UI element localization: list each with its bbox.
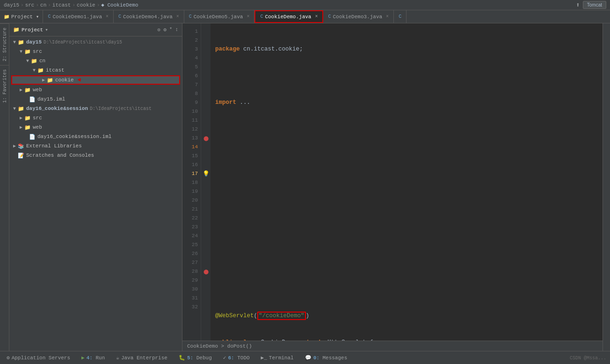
gutter-item (202, 63, 210, 72)
code-line-4 (215, 125, 603, 134)
gutter-breakpoint[interactable]: ⬤ (202, 134, 210, 143)
gutter-breakpoint2[interactable]: ⬤ (202, 267, 210, 276)
bottom-tab-messages[interactable]: 💬 0: Messages (302, 351, 350, 364)
gutter-item (202, 303, 210, 312)
bottom-tab-appservers[interactable]: ⚙ Application Servers (4, 351, 73, 364)
sep: › (72, 2, 75, 8)
breadcrumb-item[interactable]: itcast (52, 2, 71, 8)
project-panel-tab[interactable]: 📁 Project ▾ (0, 10, 43, 23)
close-icon[interactable]: × (386, 14, 389, 19)
line-num: 23 (186, 223, 198, 232)
gutter-item (202, 196, 210, 205)
breadcrumb-method: CookieDemo > doPost() (187, 343, 252, 349)
library-icon: 📚 (18, 143, 24, 149)
tab-c[interactable]: C (394, 10, 407, 23)
tree-path: D:\IdeaProjects\itcast (90, 106, 152, 111)
iml-icon: 📄 (29, 134, 36, 140)
breadcrumb-item[interactable]: day15 (4, 2, 19, 8)
bottom-tab-terminal[interactable]: ▶_ Terminal (258, 351, 297, 364)
tab-cookiedemo1[interactable]: C CookieDemo1.java × (43, 10, 114, 23)
arrow-icon: ▼ (24, 58, 31, 64)
structure-vtab[interactable]: 2: Structure (0, 23, 9, 65)
code-editor[interactable]: package cn.itcast.cookie; import ... @We… (211, 23, 603, 341)
line-num: 32 (186, 303, 198, 312)
breadcrumb-item[interactable]: src (25, 2, 35, 8)
tree-label: itcast (46, 67, 65, 73)
sidebar-actions: ⊙ ⚙ * ↕ (158, 27, 178, 33)
breadcrumb-item[interactable]: cn (40, 2, 46, 8)
tab-label: Terminal (269, 355, 294, 361)
tab-cookiedemo4[interactable]: C CookieDemo4.java × (114, 10, 184, 23)
tree-item-scratches[interactable]: 📝 Scratches and Consoles (9, 151, 182, 160)
close-icon[interactable]: × (315, 14, 318, 19)
bottom-bar: ⚙ Application Servers ▶ 4: Run ☕ Java En… (0, 351, 610, 364)
gutter-item (202, 294, 210, 303)
close-icon[interactable]: × (247, 14, 249, 19)
project-icon: 📁 (4, 14, 9, 20)
debug-icon: 🐛 (179, 355, 185, 361)
tree-label: day16_cookie&session.iml (37, 134, 111, 139)
bottom-tab-debug[interactable]: 🐛 5: Debug (176, 351, 215, 364)
gutter-item (202, 187, 210, 196)
bottom-tab-javaee[interactable]: ☕ Java Enterprise (113, 351, 170, 364)
code-line-1: package cn.itcast.cookie; (215, 45, 603, 54)
dropdown-icon[interactable]: ▾ (45, 27, 48, 33)
tree-item-day16src[interactable]: ▶ 📁 src (9, 113, 182, 123)
java-icon: C (260, 14, 263, 19)
line-num: 25 (186, 240, 198, 249)
tree-item-day16web[interactable]: ▶ 📁 web (9, 123, 182, 132)
tree-path: D:\IdeaProjects\itcast\day15 (44, 40, 122, 45)
breadcrumb-item[interactable]: cookie (77, 2, 95, 8)
sep: › (97, 2, 100, 8)
tab-cookiedemo5[interactable]: C CookieDemo5.java × (184, 10, 255, 23)
collapse-icon[interactable]: ↕ (175, 27, 178, 33)
tree-item-day16[interactable]: ▼ 📁 day16_cookie&session D:\IdeaProjects… (9, 104, 182, 113)
line-num: 30 (186, 285, 198, 294)
tree-item-web[interactable]: ▶ 📁 web (9, 85, 182, 95)
bottom-tab-todo[interactable]: ✓ 6: TODO (220, 351, 253, 364)
code-line-8 (215, 232, 603, 240)
gutter-item (202, 143, 210, 152)
tree-item-cn[interactable]: ▼ 📁 cn (9, 56, 182, 66)
favorites-vtab[interactable]: 1: Favorites (0, 65, 9, 107)
code-line-11: @WebServlet("/cookieDemo") (215, 312, 603, 320)
line-num: 13 (186, 134, 198, 143)
tree-item-day15[interactable]: ▼ 📁 day15 D:\IdeaProjects\itcast\day15 (9, 37, 182, 47)
folder-icon: 📁 (24, 49, 31, 55)
close-icon[interactable]: × (176, 14, 179, 19)
line-num: 5 (186, 63, 198, 72)
close-icon[interactable]: × (106, 14, 109, 19)
tree-item-day15iml[interactable]: 📄 day15.iml (9, 95, 182, 104)
gutter-item (202, 45, 210, 54)
tab-label: CookieDemo3.java (333, 14, 382, 20)
tree-item-extlibs[interactable]: ▶ 📚 External Libraries (9, 141, 182, 151)
project-tree: ▼ 📁 day15 D:\IdeaProjects\itcast\day15 ▼… (9, 36, 182, 351)
code-container[interactable]: 1 2 3 4 5 6 7 8 9 10 11 12 13 14 15 16 1… (182, 23, 603, 341)
expand-icon[interactable]: * (169, 27, 173, 33)
tree-item-cookie[interactable]: ▶ 📁 cookie ◄ (11, 75, 180, 85)
messages-icon: 💬 (305, 355, 312, 361)
line-num: 3 (186, 45, 198, 54)
line-num: 11 (186, 116, 198, 125)
tree-item-itcast[interactable]: ▼ 📁 itcast (9, 66, 182, 75)
arrow-icon: ▼ (11, 40, 18, 45)
breadcrumb-item[interactable]: ◆ CookieDemo (101, 2, 138, 8)
line-num: 28 (186, 267, 198, 276)
tab-cookiedemo[interactable]: C CookieDemo.java × (254, 10, 323, 23)
tab-label: CookieDemo5.java (194, 14, 243, 20)
tab-cookiedemo3[interactable]: C CookieDemo3.java × (323, 10, 394, 23)
top-right-buttons: ⬆ Tomcat (576, 1, 606, 9)
locate-icon[interactable]: ⊙ (158, 27, 161, 33)
tree-item-day16iml[interactable]: 📄 day16_cookie&session.iml (9, 132, 182, 141)
tree-item-src[interactable]: ▼ 📁 src (9, 47, 182, 56)
settings-icon[interactable]: ⚙ (163, 27, 167, 33)
code-line-2 (215, 72, 603, 80)
bottom-tab-run[interactable]: ▶ 4: Run (79, 351, 108, 364)
project-label: Project ▾ (11, 14, 39, 20)
java-icon: C (399, 14, 401, 19)
line-num: 1 (186, 27, 198, 36)
tab-label: CookieDemo4.java (123, 14, 173, 20)
gutter-item (202, 223, 210, 232)
tomcat-button[interactable]: Tomcat (583, 1, 606, 9)
line-num: 20 (186, 196, 198, 205)
